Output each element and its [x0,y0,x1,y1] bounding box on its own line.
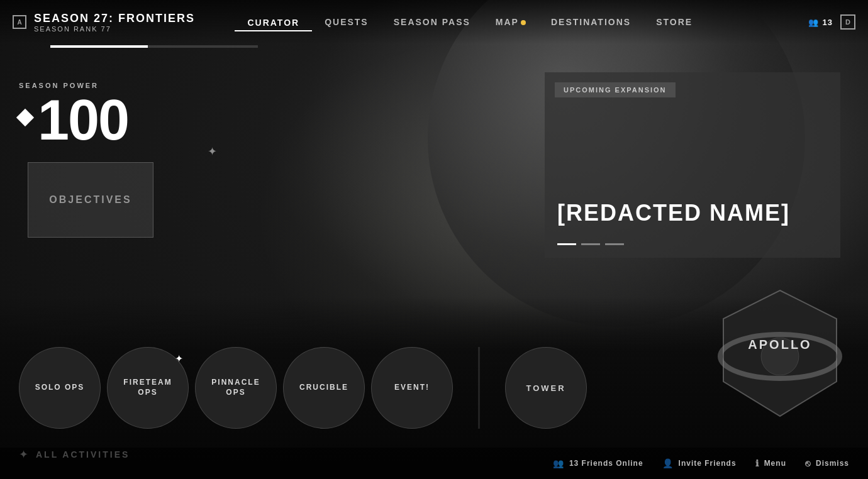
nav-right: 👥 13 D [808,14,868,30]
activity-crucible[interactable]: CRUCIBLE [283,347,365,429]
objectives-label: OBJECTIVES [49,194,131,206]
menu-item[interactable]: ℹ Menu [755,458,786,468]
activity-event[interactable]: EVENT! [371,347,453,429]
tab-map[interactable]: MAP [483,12,538,32]
power-number: 100 [38,92,128,148]
logo-area: A SEASON 27: FRONTIERS SEASON RANK 77 [0,12,195,33]
invite-friends-item[interactable]: 👤 Invite Friends [662,458,737,468]
friends-online-icon: 👥 [553,458,564,468]
sparkle-icon: ✦ [208,145,217,158]
tab-curator[interactable]: CURATOR [235,13,312,31]
season-power-area: SEASON POWER 100 [19,82,128,148]
dismiss-label: Dismiss [816,459,849,468]
tab-season-pass[interactable]: SEASON PASS [381,12,483,32]
dismiss-item[interactable]: ⎋ Dismiss [805,458,849,468]
activity-pinnacle-ops[interactable]: PINNACLEOPS [195,347,277,429]
expansion-panel[interactable]: UPCOMING EXPANSION [REDACTED NAME] [545,72,840,258]
nav-tabs: CURATOR QUESTS SEASON PASS MAP DESTINATI… [235,12,768,32]
tab-destinations[interactable]: DESTINATIONS [538,12,643,32]
solo-ops-label: SOLO OPS [35,383,85,393]
tab-store[interactable]: STORE [643,12,705,32]
apollo-shield: APOLLO [711,284,849,422]
a-button-icon: A [13,15,26,29]
logo-text: SEASON 27: FRONTIERS SEASON RANK 77 [34,12,195,33]
fireteam-ops-label: FIRETEAMOPS [123,378,172,397]
friends-icon: 👥 [808,18,819,27]
apollo-shield-svg [717,284,843,422]
friends-online-item[interactable]: 👥 13 Friends Online [553,458,643,468]
objectives-card[interactable]: OBJECTIVES [28,162,153,238]
season-power-value: 100 [19,92,128,148]
expansion-dot-3 [605,243,624,245]
friends-number: 13 [823,18,833,27]
expansion-dot-1 [557,243,576,245]
invite-friends-icon: 👤 [662,458,674,468]
expansion-title: [REDACTED NAME] [557,200,790,226]
friends-online-label: 13 Friends Online [569,459,643,468]
tower-label: TOWER [526,383,565,393]
activity-solo-ops[interactable]: SOLO OPS [19,347,101,429]
rank-bar-container [50,45,258,48]
menu-icon: ℹ [755,458,759,468]
rank-bar-fill [50,45,148,48]
friends-count: 👥 13 [808,18,833,27]
power-diamond-icon [16,109,34,126]
bottom-bar: 👥 13 Friends Online 👤 Invite Friends ℹ M… [0,448,868,479]
activities-row: SOLO OPS ✦ FIRETEAMOPS PINNACLEOPS CRUCI… [19,347,587,429]
pinnacle-ops-label: PINNACLEOPS [211,378,260,397]
activity-fireteam-ops[interactable]: ✦ FIRETEAMOPS [107,347,189,429]
crucible-label: CRUCIBLE [299,383,348,393]
fireteam-new-icon: ✦ [175,353,183,365]
season-title: SEASON 27: FRONTIERS [34,12,195,25]
d-button-icon: D [840,14,855,30]
activities-separator [478,347,480,429]
dismiss-icon: ⎋ [805,458,811,468]
expansion-dot-2 [581,243,600,245]
apollo-container[interactable]: APOLLO [711,284,849,422]
expansion-tag: UPCOMING EXPANSION [555,82,676,97]
expansion-dots [557,243,624,245]
top-navigation: A SEASON 27: FRONTIERS SEASON RANK 77 CU… [0,0,868,44]
tab-quests[interactable]: QUESTS [312,12,381,32]
apollo-label: APOLLO [748,338,811,352]
invite-friends-label: Invite Friends [679,459,737,468]
season-rank: SEASON RANK 77 [34,25,195,33]
map-dot [521,20,526,25]
event-label: EVENT! [394,383,430,393]
activity-tower[interactable]: TOWER [505,347,587,429]
menu-label: Menu [764,459,786,468]
